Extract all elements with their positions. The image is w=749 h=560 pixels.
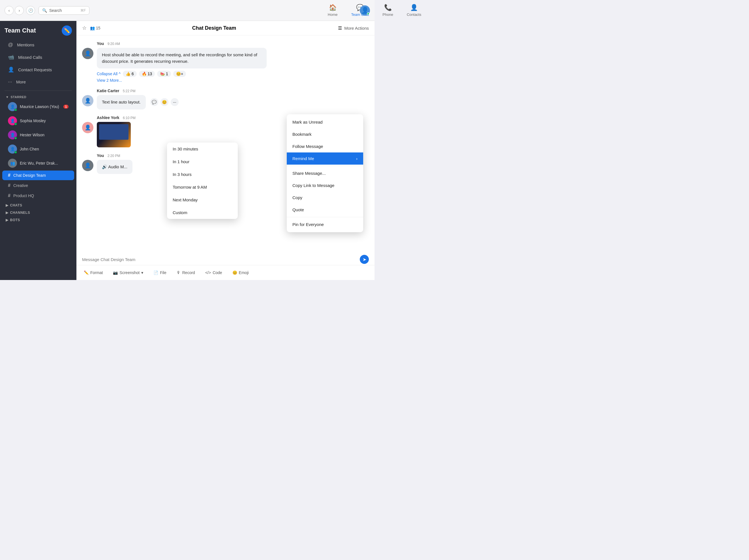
sidebar-item-mentions[interactable]: @ Mentions <box>2 39 74 51</box>
chat-header-left: ☆ 👥 15 <box>82 25 105 31</box>
msg-author-1: You <box>97 41 104 46</box>
chats-label: CHATS <box>10 203 22 207</box>
contact-item-sophia[interactable]: 👤 Sophia Mosley <box>2 114 74 128</box>
chat-header-right: ☰ More Actions <box>324 25 369 31</box>
contact-item-eric[interactable]: 👥 Eric Wu, Peter Drak... <box>2 156 74 170</box>
screenshot-button[interactable]: 📷 Screenshot ▾ <box>110 269 146 276</box>
remind-30min[interactable]: In 30 minutes <box>167 142 238 155</box>
context-copy[interactable]: Copy <box>287 192 363 204</box>
more-options-button[interactable]: ··· <box>171 98 179 106</box>
view-more-button[interactable]: View 2 More... <box>97 78 369 83</box>
remind-custom[interactable]: Custom <box>167 206 238 219</box>
back-button[interactable]: ‹ <box>4 6 14 15</box>
search-placeholder: Search <box>49 8 62 13</box>
emoji-reaction-button[interactable]: 😊 <box>160 98 168 106</box>
reactions-row-1: Collapse All ^ 👍 6 🔥 13 🍉 1 😊+ <box>97 71 369 77</box>
emoji-button[interactable]: 😊 Emoji <box>230 269 252 276</box>
send-button[interactable]: ➤ <box>360 255 369 264</box>
forward-button[interactable]: › <box>15 6 24 15</box>
chat-toolbar: ✏️ Format 📷 Screenshot ▾ 📄 File 🎙 Record… <box>77 265 374 280</box>
msg-time-2: 5:22 PM <box>123 89 135 93</box>
reaction-watermelon[interactable]: 🍉 1 <box>157 71 171 77</box>
remind-label: Remind Me <box>293 156 314 161</box>
new-chat-button[interactable]: ✏️ <box>62 25 72 36</box>
avatar-sophia: 👤 <box>8 116 17 125</box>
avatar-eric: 👥 <box>8 159 17 168</box>
file-button[interactable]: 📄 File <box>151 269 169 276</box>
badge-maurice: 1 <box>63 105 68 109</box>
sidebar-item-missed-calls[interactable]: 📹 Missed Calls <box>2 51 74 63</box>
sidebar-item-contact-requests[interactable]: 👤 Contact Requests <box>2 64 74 75</box>
emoji-icon: 😊 <box>232 270 237 275</box>
record-button[interactable]: 🎙 Record <box>174 269 198 276</box>
msg-actions-2: 💬 😊 ··· <box>150 98 179 106</box>
msg-author-4: You <box>97 153 104 158</box>
context-remind[interactable]: Remind Me › <box>287 153 363 164</box>
context-share[interactable]: Share Message... <box>287 167 363 179</box>
hash-icon-3: # <box>8 193 10 198</box>
search-bar[interactable]: 🔍 Search ⌘F <box>39 6 89 15</box>
sidebar-header: Team Chat ✏️ <box>0 21 77 39</box>
sidebar: Team Chat ✏️ @ Mentions 📹 Missed Calls 👤… <box>0 21 77 280</box>
submenu-arrow-icon: › <box>356 156 358 161</box>
add-reaction-button[interactable]: 😊+ <box>173 71 186 77</box>
context-quote[interactable]: Quote <box>287 204 363 216</box>
message-meta-2: Katie Carter 5:22 PM <box>97 88 369 93</box>
collapse-all-button[interactable]: Collapse All ^ <box>97 71 121 76</box>
contact-item-hester[interactable]: 👤 Hester Wilson <box>2 128 74 142</box>
sidebar-item-more[interactable]: ··· More <box>2 76 74 88</box>
remind-tomorrow[interactable]: Tomorrow at 9 AM <box>167 181 238 194</box>
screenshot-label: Screenshot <box>120 270 140 275</box>
code-button[interactable]: </> Code <box>202 269 225 276</box>
audio-label: Audio M... <box>108 164 127 169</box>
nav-arrows: ‹ › <box>4 6 24 15</box>
channel-item-creative[interactable]: # Creative <box>2 181 74 191</box>
screenshot-chevron: ▾ <box>141 270 143 275</box>
contact-name-hester: Hester Wilson <box>20 133 44 137</box>
context-copy-link[interactable]: Copy Link to Message <box>287 179 363 192</box>
channels-label: CHANNELS <box>10 211 30 215</box>
msg-bubble-2: Text line auto layout. <box>97 95 146 109</box>
reaction-thumbs-up[interactable]: 👍 6 <box>123 71 137 77</box>
more-actions-button[interactable]: More Actions <box>344 26 369 30</box>
context-divider-1 <box>287 166 363 166</box>
more-actions-icon: ☰ <box>338 25 342 31</box>
collapse-label: Collapse All <box>97 71 117 76</box>
avatar-msg-2: 👤 <box>82 95 93 106</box>
message-group-1: You 9:20 AM 👤 Host should be able to rec… <box>82 41 369 83</box>
inline-msg-2: Text line auto layout. 💬 😊 ··· <box>97 95 179 109</box>
context-mark-unread[interactable]: Mark as Unread <box>287 116 363 128</box>
format-button[interactable]: ✏️ Format <box>81 269 106 276</box>
message-input[interactable] <box>82 257 360 262</box>
contact-name-eric: Eric Wu, Peter Drak... <box>20 161 58 165</box>
screenshot-thumbnail <box>97 122 131 147</box>
main-layout: Team Chat ✏️ @ Mentions 📹 Missed Calls 👤… <box>0 21 374 280</box>
channel-item-chat-design-team[interactable]: # Chat Design Team <box>2 171 74 180</box>
chat-header: ☆ 👥 15 Chat Design Team ☰ More Actions <box>77 21 374 35</box>
remind-1hour[interactable]: In 1 hour <box>167 155 238 168</box>
bots-section[interactable]: ▶ BOTS <box>0 216 77 223</box>
message-row-1: 👤 Host should be able to record the meet… <box>82 48 369 68</box>
remind-monday[interactable]: Next Monday <box>167 194 238 206</box>
contact-item-maurice[interactable]: 👤 Maurice Lawson (You) 1 <box>2 100 74 113</box>
contact-item-john[interactable]: 👤 John Chen <box>2 142 74 156</box>
context-pin[interactable]: Pin for Everyone <box>287 218 363 230</box>
channels-section[interactable]: ▶ CHANNELS <box>0 208 77 216</box>
history-button[interactable]: 🕐 <box>26 6 35 15</box>
file-label: File <box>160 270 167 275</box>
channel-item-product-hq[interactable]: # Product HQ <box>2 191 74 201</box>
remind-3hours[interactable]: In 3 hours <box>167 168 238 181</box>
user-avatar[interactable]: 👤 <box>360 5 370 16</box>
record-icon: 🎙 <box>177 270 180 275</box>
star-button[interactable]: ☆ <box>82 25 87 31</box>
reaction-fire[interactable]: 🔥 13 <box>139 71 155 77</box>
tab-home[interactable]: 🏠 Home <box>325 3 340 18</box>
reply-button[interactable]: 💬 <box>150 98 158 106</box>
online-dot-hester <box>15 137 17 139</box>
context-follow[interactable]: Follow Message <box>287 140 363 153</box>
chats-section[interactable]: ▶ CHATS <box>0 201 77 208</box>
context-bookmark[interactable]: Bookmark <box>287 128 363 140</box>
msg-bubble-4: 🔊 Audio M... <box>97 160 132 174</box>
contact-requests-label: Contact Requests <box>18 67 52 72</box>
more-icon: ··· <box>8 79 12 85</box>
